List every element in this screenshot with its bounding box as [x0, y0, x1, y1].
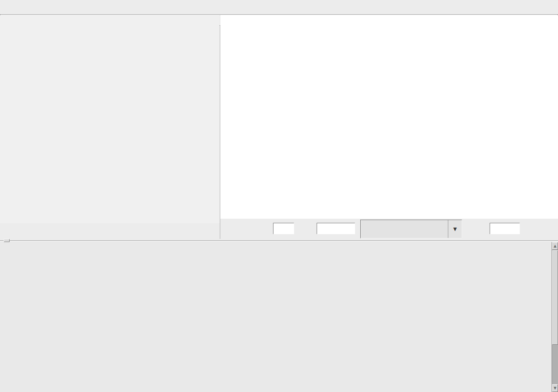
- menu-bar: [0, 0, 558, 15]
- molecule-3d-view[interactable]: [0, 15, 220, 223]
- table-header-row: [0, 242, 552, 253]
- offset-input[interactable]: [317, 223, 355, 234]
- spectrum-controls: ▼: [220, 219, 558, 239]
- scaling-factor-input[interactable]: [273, 223, 294, 234]
- horizontal-sash: [0, 239, 558, 242]
- table-scrollbar[interactable]: ▲ ▼: [552, 242, 558, 392]
- spectrum-plot[interactable]: [220, 15, 558, 219]
- width-input[interactable]: [490, 223, 520, 234]
- scrollbar-thumb[interactable]: [552, 250, 558, 345]
- modes-table: ▲ ▼: [0, 242, 558, 392]
- scroll-up-button[interactable]: ▲: [552, 242, 558, 250]
- lineshape-combobox[interactable]: ▼: [360, 220, 462, 238]
- molecule-viewport[interactable]: [0, 15, 220, 223]
- scroll-down-button[interactable]: ▼: [552, 384, 558, 392]
- spectrum-chart-panel[interactable]: [220, 15, 558, 219]
- mode-status-text: [0, 223, 220, 239]
- horizontal-sash-grip[interactable]: [4, 239, 10, 242]
- chevron-down-icon[interactable]: ▼: [448, 220, 462, 238]
- spectra-window: ▼ ▲ ▼: [0, 0, 558, 392]
